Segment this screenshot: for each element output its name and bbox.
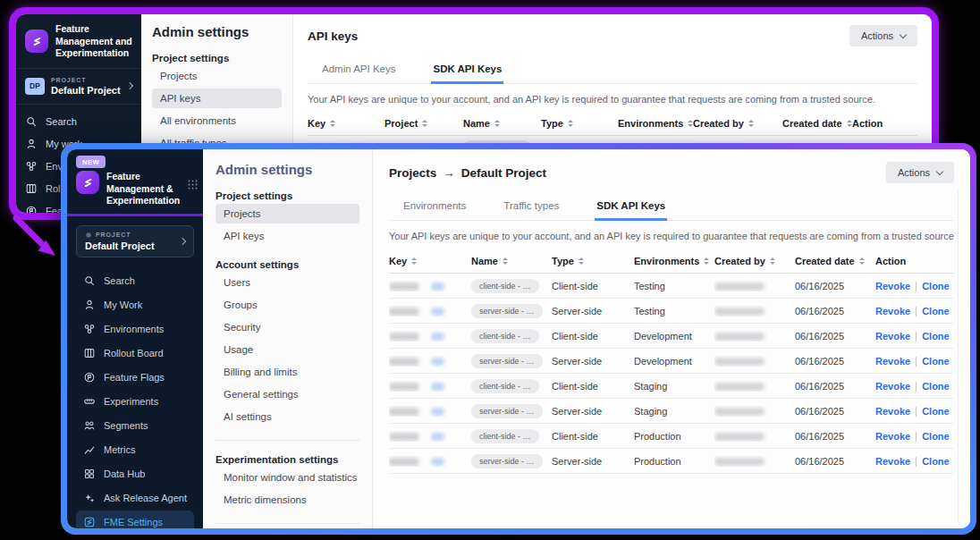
settings-item-security[interactable]: Security xyxy=(215,317,359,337)
sort-icon[interactable] xyxy=(503,257,508,265)
cell-action: RevokeClone xyxy=(875,406,954,417)
clone-link[interactable]: Clone xyxy=(922,431,950,442)
sidebar-item-search[interactable]: Search xyxy=(16,111,141,133)
settings-item-api-keys[interactable]: API keys xyxy=(215,226,359,246)
tab-sdk-api-keys[interactable]: SDK API Keys xyxy=(431,55,503,84)
revoke-link[interactable]: Revoke xyxy=(875,331,910,342)
sidebar-item-data-hub[interactable]: Data Hub xyxy=(76,462,194,486)
sidebar-item-label: Ask Release Agent xyxy=(104,493,187,503)
sort-icon[interactable] xyxy=(847,120,852,127)
clone-link[interactable]: Clone xyxy=(922,381,950,392)
revoke-link[interactable]: Revoke xyxy=(875,281,910,291)
sidebar-item-fme-settings[interactable]: FME Settings xyxy=(76,510,194,528)
copy-icon[interactable] xyxy=(431,458,444,466)
copy-icon[interactable] xyxy=(431,308,444,316)
sort-icon[interactable] xyxy=(859,257,865,265)
table-row: server-side - …Server-sideDevelopment06/… xyxy=(389,349,954,374)
column-label: Key xyxy=(389,256,407,266)
clone-link[interactable]: Clone xyxy=(922,331,950,342)
settings-item-users[interactable]: Users xyxy=(215,273,359,292)
project-selector[interactable]: PROJECT Default Project xyxy=(76,225,194,257)
sort-icon[interactable] xyxy=(704,257,709,265)
sidebar-item-segments[interactable]: Segments xyxy=(76,414,194,438)
clone-link[interactable]: Clone xyxy=(922,281,950,291)
column-header-created-date[interactable]: Created date xyxy=(795,256,875,266)
cell-environment: Staging xyxy=(634,381,714,392)
column-header-type[interactable]: Type xyxy=(552,256,634,266)
settings-item-projects[interactable]: Projects xyxy=(215,204,359,224)
column-header-environments[interactable]: Environments xyxy=(618,118,693,129)
clone-link[interactable]: Clone xyxy=(922,306,950,316)
clone-link[interactable]: Clone xyxy=(922,356,950,367)
project-selector[interactable]: DP PROJECT Default Project xyxy=(16,69,141,105)
cell-key xyxy=(389,456,471,467)
revoke-link[interactable]: Revoke xyxy=(875,406,910,417)
column-header-created-date[interactable]: Created date xyxy=(782,118,852,129)
column-header-project[interactable]: Project xyxy=(384,118,463,129)
page-header: API keys Actions xyxy=(308,25,917,46)
copy-icon[interactable] xyxy=(431,383,444,391)
actions-button[interactable]: Actions xyxy=(886,162,954,183)
settings-item-api-keys[interactable]: API keys xyxy=(152,89,282,108)
revoke-link[interactable]: Revoke xyxy=(875,431,910,442)
sort-icon[interactable] xyxy=(568,120,573,127)
breadcrumb-projects[interactable]: Projects xyxy=(389,166,436,180)
revoke-link[interactable]: Revoke xyxy=(875,306,910,316)
copy-icon[interactable] xyxy=(431,408,444,416)
settings-item-all-environments[interactable]: All environments xyxy=(152,111,282,131)
tab-environments[interactable]: Environments xyxy=(401,192,468,221)
revoke-link[interactable]: Revoke xyxy=(875,456,910,467)
column-header-name[interactable]: Name xyxy=(463,118,541,129)
sidebar-item-feature-flags[interactable]: Feature Flags xyxy=(76,366,194,390)
sidebar-item-experiments[interactable]: Experiments xyxy=(76,390,194,414)
sort-icon[interactable] xyxy=(330,120,335,127)
sidebar-item-search[interactable]: Search xyxy=(76,269,194,293)
settings-item-metric-dimensions[interactable]: Metric dimensions xyxy=(215,490,359,510)
column-header-environments[interactable]: Environments xyxy=(634,256,714,266)
settings-item-projects[interactable]: Projects xyxy=(152,66,282,86)
column-header-key[interactable]: Key xyxy=(389,256,471,266)
new-badge: NEW xyxy=(76,156,106,168)
sort-icon[interactable] xyxy=(770,257,775,265)
column-header-key[interactable]: Key xyxy=(308,118,384,129)
sort-icon[interactable] xyxy=(579,257,584,265)
copy-icon[interactable] xyxy=(431,433,444,441)
actions-button[interactable]: Actions xyxy=(849,25,917,46)
settings-item-usage[interactable]: Usage xyxy=(215,340,359,359)
copy-icon[interactable] xyxy=(431,283,444,291)
settings-item-groups[interactable]: Groups xyxy=(215,295,359,315)
sidebar-item-my-work[interactable]: My Work xyxy=(76,293,194,317)
sidebar-item-environments[interactable]: Environments xyxy=(76,317,194,342)
action-divider xyxy=(916,407,917,417)
redacted-created-by xyxy=(714,333,765,341)
sidebar-nav: SearchMy WorkEnvironmentsRollout BoardFe… xyxy=(76,269,194,528)
sort-icon[interactable] xyxy=(422,120,427,127)
tab-admin-api-keys[interactable]: Admin API Keys xyxy=(320,55,397,84)
sort-icon[interactable] xyxy=(411,257,417,265)
revoke-link[interactable]: Revoke xyxy=(875,381,910,392)
sidebar-item-metrics[interactable]: Metrics xyxy=(76,438,194,462)
column-header-name[interactable]: Name xyxy=(471,256,552,266)
tab-traffic-types[interactable]: Traffic types xyxy=(502,192,561,221)
settings-item-general-settings[interactable]: General settings xyxy=(215,384,359,404)
cell-created_by xyxy=(714,331,795,342)
settings-item-ai-settings[interactable]: AI settings xyxy=(215,407,359,426)
revoke-link[interactable]: Revoke xyxy=(875,356,910,367)
sort-icon[interactable] xyxy=(748,120,754,127)
column-header-created-by[interactable]: Created by xyxy=(714,256,795,266)
redacted-api-key xyxy=(389,433,419,441)
column-label: Environments xyxy=(618,118,683,129)
clone-link[interactable]: Clone xyxy=(922,456,950,467)
copy-icon[interactable] xyxy=(431,333,444,341)
column-header-type[interactable]: Type xyxy=(541,118,618,129)
apps-grid-icon[interactable] xyxy=(187,179,199,190)
column-header-created-by[interactable]: Created by xyxy=(693,118,782,129)
sidebar-item-ask-release-agent[interactable]: Ask Release Agent xyxy=(76,486,194,510)
copy-icon[interactable] xyxy=(431,358,444,366)
settings-item-billing-and-limits[interactable]: Billing and limits xyxy=(215,362,359,382)
settings-item-monitor-window-and-statistics[interactable]: Monitor window and statistics xyxy=(215,468,359,487)
clone-link[interactable]: Clone xyxy=(922,406,950,417)
sort-icon[interactable] xyxy=(494,120,500,127)
sidebar-item-rollout-board[interactable]: Rollout Board xyxy=(76,342,194,366)
tab-sdk-api-keys[interactable]: SDK API Keys xyxy=(595,192,667,221)
